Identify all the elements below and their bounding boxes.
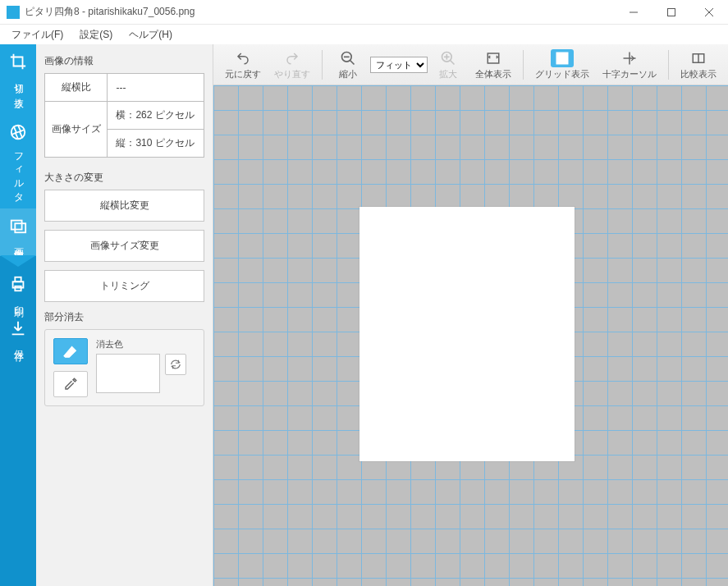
rail-save[interactable]: 保存 bbox=[0, 311, 36, 355]
erase-color-label: 消去色 bbox=[96, 338, 195, 350]
app-icon bbox=[7, 6, 20, 19]
canvas-area[interactable] bbox=[213, 85, 728, 586]
refresh-color-button[interactable] bbox=[165, 354, 186, 375]
aperture-icon bbox=[9, 123, 27, 141]
crosshair-icon bbox=[621, 51, 638, 66]
zoom-out-label: 縮小 bbox=[339, 69, 357, 80]
height-value: 310 ピクセル bbox=[135, 137, 194, 149]
resize-title: 大きさの変更 bbox=[44, 171, 204, 185]
trim-button[interactable]: トリミング bbox=[44, 270, 204, 302]
eyedropper-tool-button[interactable] bbox=[53, 371, 88, 397]
svg-rect-6 bbox=[15, 223, 25, 232]
size-change-button[interactable]: 画像サイズ変更 bbox=[44, 230, 204, 262]
left-rail: 切り抜き フィルタ 画像変更 印刷 保存 bbox=[0, 44, 36, 586]
toolbar-separator bbox=[523, 50, 524, 80]
erase-color-section: 消去色 bbox=[96, 338, 195, 397]
compare-label: 比較表示 bbox=[680, 69, 717, 80]
width-label: 横： bbox=[116, 109, 135, 121]
full-view-label: 全体表示 bbox=[475, 69, 511, 80]
full-view-button[interactable]: 全体表示 bbox=[469, 48, 518, 82]
redo-button[interactable]: やり直す bbox=[268, 48, 317, 82]
crop-icon bbox=[9, 53, 27, 71]
svg-rect-18 bbox=[556, 53, 568, 64]
grid-view-button[interactable]: グリッド表示 bbox=[529, 48, 596, 82]
svg-rect-8 bbox=[15, 277, 21, 282]
svg-rect-1 bbox=[668, 8, 675, 16]
erase-title: 部分消去 bbox=[44, 310, 204, 324]
window-controls bbox=[615, 0, 728, 25]
aspect-change-button[interactable]: 縦横比変更 bbox=[44, 190, 204, 222]
menu-help[interactable]: ヘルプ(H) bbox=[121, 26, 181, 43]
zoom-out-icon bbox=[340, 50, 356, 66]
document-canvas[interactable] bbox=[359, 207, 575, 461]
grid-icon bbox=[554, 51, 570, 66]
rail-image-edit-label: 画像変更 bbox=[11, 240, 25, 246]
rail-print[interactable]: 印刷 bbox=[0, 267, 36, 311]
close-button[interactable] bbox=[690, 0, 728, 25]
zoom-in-label: 拡大 bbox=[439, 69, 457, 80]
crosshair-label: 十字カーソル bbox=[602, 69, 657, 80]
info-title: 画像の情報 bbox=[44, 54, 204, 68]
aspect-value: --- bbox=[108, 74, 204, 102]
compare-button[interactable]: 比較表示 bbox=[674, 48, 723, 82]
rail-filter-label: フィルタ bbox=[11, 146, 25, 199]
erase-box: 消去色 bbox=[44, 329, 204, 406]
svg-line-16 bbox=[451, 60, 455, 64]
redo-label: やり直す bbox=[274, 69, 310, 80]
menu-file[interactable]: ファイル(F) bbox=[3, 26, 71, 43]
width-cell: 横：262 ピクセル bbox=[108, 102, 204, 130]
side-panel: 画像の情報 縦横比 --- 画像サイズ 横：262 ピクセル 縦：310 ピクセ… bbox=[36, 44, 213, 586]
menu-settings[interactable]: 設定(S) bbox=[71, 26, 121, 43]
height-cell: 縦：310 ピクセル bbox=[108, 130, 204, 158]
redo-icon bbox=[283, 51, 301, 66]
undo-icon bbox=[234, 51, 252, 66]
svg-rect-5 bbox=[11, 221, 22, 230]
erase-tools bbox=[53, 338, 88, 397]
size-label: 画像サイズ bbox=[45, 102, 108, 158]
refresh-icon bbox=[170, 359, 181, 370]
rail-divider bbox=[0, 255, 36, 267]
zoom-out-button[interactable]: 縮小 bbox=[327, 48, 369, 82]
menubar: ファイル(F) 設定(S) ヘルプ(H) bbox=[0, 25, 728, 44]
download-icon bbox=[9, 319, 27, 337]
rail-filter[interactable]: フィルタ bbox=[0, 115, 36, 208]
info-table: 縦横比 --- 画像サイズ 横：262 ピクセル 縦：310 ピクセル bbox=[44, 73, 204, 158]
height-label: 縦： bbox=[116, 137, 135, 149]
full-view-icon bbox=[485, 51, 501, 66]
eraser-tool-button[interactable] bbox=[53, 338, 88, 364]
compare-icon bbox=[689, 51, 707, 66]
window-title: ピタリ四角8 - pitarishikaku7_0056.png bbox=[25, 5, 615, 19]
zoom-select[interactable]: フィット bbox=[370, 57, 428, 73]
toolbar-separator bbox=[322, 50, 323, 80]
erase-color-swatch[interactable] bbox=[96, 354, 160, 393]
maximize-button[interactable] bbox=[652, 0, 690, 25]
undo-label: 元に戻す bbox=[225, 69, 261, 80]
grid-view-label: グリッド表示 bbox=[535, 69, 589, 80]
eyedropper-icon bbox=[63, 377, 78, 391]
toolbar-separator bbox=[668, 50, 669, 80]
minimize-button[interactable] bbox=[615, 0, 652, 25]
width-value: 262 ピクセル bbox=[135, 109, 194, 121]
crosshair-button[interactable]: 十字カーソル bbox=[596, 48, 663, 82]
titlebar: ピタリ四角8 - pitarishikaku7_0056.png bbox=[0, 0, 728, 25]
eraser-icon bbox=[62, 345, 79, 358]
rail-crop-label: 切り抜き bbox=[11, 76, 25, 105]
rail-image-edit[interactable]: 画像変更 bbox=[0, 208, 36, 256]
image-edit-icon bbox=[9, 217, 27, 235]
aspect-label: 縦横比 bbox=[45, 74, 108, 102]
zoom-in-icon bbox=[440, 50, 456, 66]
printer-icon bbox=[9, 275, 27, 293]
rail-crop[interactable]: 切り抜き bbox=[0, 44, 36, 115]
toolbar: 元に戻す やり直す 縮小 フィット 拡大 bbox=[213, 44, 728, 85]
undo-button[interactable]: 元に戻す bbox=[218, 48, 268, 82]
rail-print-label: 印刷 bbox=[11, 298, 25, 301]
rail-save-label: 保存 bbox=[11, 342, 25, 346]
svg-line-12 bbox=[350, 60, 355, 64]
main-area: 元に戻す やり直す 縮小 フィット 拡大 bbox=[213, 44, 728, 586]
zoom-in-button[interactable]: 拡大 bbox=[428, 48, 469, 82]
